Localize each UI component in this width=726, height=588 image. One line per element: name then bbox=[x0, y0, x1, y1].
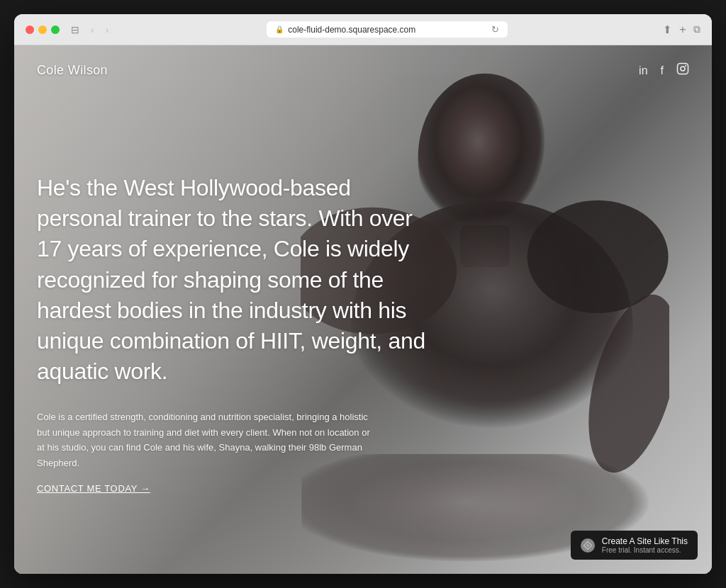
squarespace-badge[interactable]: Create A Site Like This Free trial. Inst… bbox=[571, 531, 698, 560]
website-content: Cole Wilson in f He's the West Hollywood… bbox=[14, 45, 712, 574]
close-button[interactable] bbox=[26, 26, 34, 34]
instagram-link[interactable] bbox=[676, 62, 689, 79]
hero-body-text: Cole is a certified strength, conditioni… bbox=[37, 409, 377, 470]
svg-point-8 bbox=[681, 67, 685, 71]
badge-sub-text: Free trial. Instant access. bbox=[602, 546, 688, 554]
hero-text-area: He's the West Hollywood-based personal t… bbox=[37, 173, 428, 494]
minimize-button[interactable] bbox=[38, 26, 47, 34]
windows-button[interactable]: ⧉ bbox=[693, 23, 700, 35]
site-navigation: Cole Wilson in f bbox=[14, 45, 712, 96]
squarespace-badge-text: Create A Site Like This Free trial. Inst… bbox=[602, 536, 688, 554]
site-title[interactable]: Cole Wilson bbox=[37, 63, 108, 78]
sidebar-toggle-icon[interactable]: ⊟ bbox=[68, 23, 82, 37]
maximize-button[interactable] bbox=[51, 26, 60, 34]
url-text: cole-fluid-demo.squarespace.com bbox=[288, 25, 415, 35]
share-button[interactable]: ⬆ bbox=[663, 23, 672, 36]
badge-main-text: Create A Site Like This bbox=[602, 536, 688, 546]
address-bar[interactable]: 🔒 cole-fluid-demo.squarespace.com ↻ bbox=[267, 21, 508, 38]
lock-icon: 🔒 bbox=[275, 26, 284, 33]
hero-headline: He's the West Hollywood-based personal t… bbox=[37, 173, 428, 387]
browser-window: ⊟ ‹ › 🔒 cole-fluid-demo.squarespace.com … bbox=[14, 14, 712, 574]
linkedin-link[interactable]: in bbox=[639, 64, 647, 77]
svg-rect-7 bbox=[678, 64, 688, 74]
social-links: in f bbox=[639, 62, 689, 79]
back-button[interactable]: ‹ bbox=[88, 23, 97, 37]
squarespace-logo-icon bbox=[581, 538, 595, 553]
new-tab-button[interactable]: + bbox=[679, 23, 686, 37]
refresh-button[interactable]: ↻ bbox=[491, 24, 499, 35]
facebook-link[interactable]: f bbox=[661, 64, 664, 77]
browser-action-buttons: ⬆ + ⧉ bbox=[663, 23, 700, 37]
forward-button[interactable]: › bbox=[103, 23, 112, 37]
browser-nav-controls: ⊟ ‹ › bbox=[68, 23, 111, 37]
contact-cta-link[interactable]: CONTACT ME TODAY → bbox=[37, 483, 150, 494]
traffic-lights bbox=[26, 26, 60, 34]
address-bar-container: 🔒 cole-fluid-demo.squarespace.com ↻ bbox=[120, 21, 654, 38]
browser-chrome: ⊟ ‹ › 🔒 cole-fluid-demo.squarespace.com … bbox=[14, 14, 712, 45]
svg-point-9 bbox=[686, 66, 686, 67]
